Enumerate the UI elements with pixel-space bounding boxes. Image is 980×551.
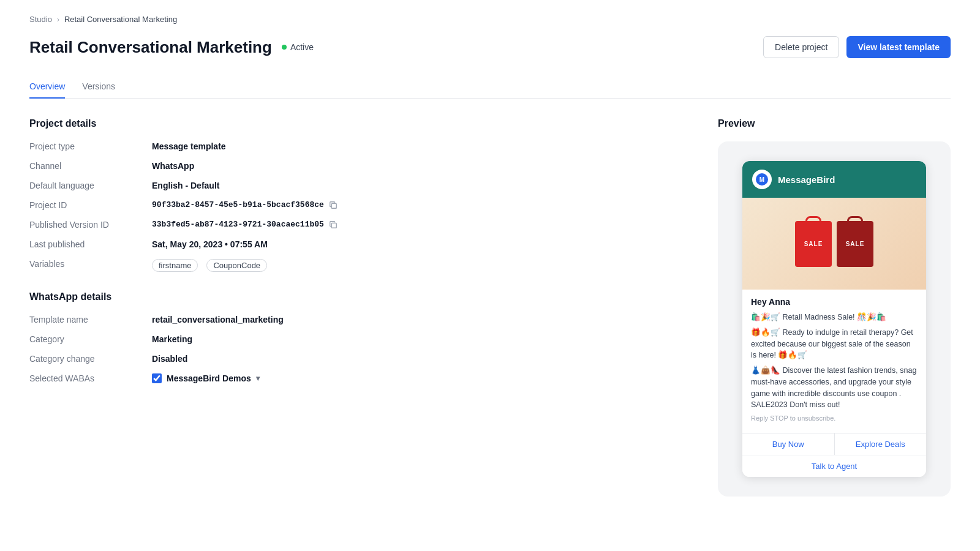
page-wrapper: Studio › Retail Conversational Marketing… [0, 0, 980, 551]
wa-greeting: Hey Anna [751, 297, 918, 307]
label-category-change: Category change [29, 354, 152, 364]
wa-unsubscribe: Reply STOP to unsubscribe. [751, 414, 918, 422]
value-selected-wabas: MessageBird Demos ▾ [152, 373, 260, 383]
preview-container: M MessageBird SALE SALE Hey Anna [718, 141, 951, 497]
value-project-id: 90f33ba2-8457-45e5-b91a-5bcacf3568ce [152, 200, 337, 209]
value-category: Marketing [152, 334, 192, 344]
waba-checkbox[interactable] [152, 373, 162, 383]
explore-deals-button[interactable]: Explore Deals [834, 433, 927, 455]
preview-title: Preview [718, 118, 951, 129]
tab-overview[interactable]: Overview [29, 75, 65, 99]
wa-buttons: Buy Now Explore Deals Talk to Agent [742, 433, 926, 477]
value-template-name: retail_conversational_marketing [152, 315, 284, 324]
wa-content: Hey Anna 🛍️🎉🛒 Retail Madness Sale! 🎊🎉🛍️ … [742, 290, 926, 433]
detail-row-selected-wabas: Selected WABAs MessageBird Demos ▾ [29, 373, 681, 383]
waba-row: MessageBird Demos ▾ [152, 373, 260, 383]
content-left: Project details Project type Message tem… [29, 118, 681, 497]
label-variables: Variables [29, 259, 152, 269]
project-details-title: Project details [29, 118, 681, 129]
copy-project-id-icon[interactable] [329, 201, 337, 209]
wa-header-bar: M MessageBird [742, 161, 926, 198]
preview-section: Preview M MessageBird SALE SALE [718, 118, 951, 497]
wa-image: SALE SALE [742, 198, 926, 290]
detail-row-project-type: Project type Message template [29, 141, 681, 151]
detail-row-default-language: Default language English - Default [29, 181, 681, 190]
wa-message2: 🎁🔥🛒 Ready to indulge in retail therapy? … [751, 327, 918, 361]
sale-bags-graphic: SALE SALE [795, 221, 873, 267]
value-project-type: Message template [152, 141, 226, 151]
content-layout: Project details Project type Message tem… [29, 118, 951, 497]
status-dot [282, 45, 287, 50]
header-left: Retail Conversational Marketing Active [29, 38, 314, 57]
messagebird-logo-icon: M [756, 173, 768, 186]
value-category-change: Disabled [152, 354, 187, 364]
breadcrumb-current: Retail Conversational Marketing [64, 15, 177, 24]
whatsapp-mock: M MessageBird SALE SALE Hey Anna [742, 161, 926, 477]
value-variables: firstname CouponCode [152, 259, 271, 272]
label-template-name: Template name [29, 315, 152, 324]
label-category: Category [29, 334, 152, 344]
buy-now-button[interactable]: Buy Now [742, 433, 834, 455]
breadcrumb-separator: › [57, 15, 59, 24]
delete-project-button[interactable]: Delete project [763, 36, 839, 58]
page-header: Retail Conversational Marketing Active D… [29, 36, 951, 58]
talk-to-agent-button[interactable]: Talk to Agent [742, 455, 926, 477]
svg-rect-0 [331, 203, 336, 208]
wa-btn-row-1: Buy Now Explore Deals [742, 433, 926, 455]
breadcrumb-studio[interactable]: Studio [29, 15, 52, 24]
label-project-type: Project type [29, 141, 152, 151]
svg-rect-1 [331, 223, 336, 228]
tag-firstname: firstname [152, 259, 198, 272]
value-channel: WhatsApp [152, 161, 194, 171]
value-last-published: Sat, May 20, 2023 • 07:55 AM [152, 239, 268, 249]
wa-message3: 👗👜👠 Discover the latest fashion trends, … [751, 365, 918, 411]
chevron-down-icon: ▾ [256, 374, 260, 383]
whatsapp-details-section: WhatsApp details Template name retail_co… [29, 291, 681, 383]
label-published-version-id: Published Version ID [29, 220, 152, 230]
bag-red: SALE [795, 221, 832, 267]
label-last-published: Last published [29, 239, 152, 249]
label-selected-wabas: Selected WABAs [29, 373, 152, 383]
breadcrumb: Studio › Retail Conversational Marketing [29, 15, 951, 24]
detail-row-category-change: Category change Disabled [29, 354, 681, 364]
detail-row-published-version-id: Published Version ID 33b3fed5-ab87-4123-… [29, 220, 681, 230]
tabs-container: Overview Versions [29, 75, 951, 99]
label-project-id: Project ID [29, 200, 152, 210]
detail-row-category: Category Marketing [29, 334, 681, 344]
view-latest-template-button[interactable]: View latest template [846, 36, 951, 58]
label-channel: Channel [29, 161, 152, 171]
value-published-version-id: 33b3fed5-ab87-4123-9721-30acaec11b05 [152, 220, 337, 229]
detail-row-project-id: Project ID 90f33ba2-8457-45e5-b91a-5bcac… [29, 200, 681, 210]
wa-message1: 🛍️🎉🛒 Retail Madness Sale! 🎊🎉🛍️ [751, 312, 918, 323]
value-default-language: English - Default [152, 181, 219, 190]
detail-row-last-published: Last published Sat, May 20, 2023 • 07:55… [29, 239, 681, 249]
detail-row-variables: Variables firstname CouponCode [29, 259, 681, 272]
status-badge: Active [282, 42, 314, 52]
detail-row-channel: Channel WhatsApp [29, 161, 681, 171]
page-title: Retail Conversational Marketing [29, 38, 272, 57]
tag-couponcode: CouponCode [206, 259, 267, 272]
status-label: Active [290, 42, 314, 52]
bag-dark: SALE [837, 221, 873, 267]
whatsapp-details-title: WhatsApp details [29, 291, 681, 302]
wa-sender-name: MessageBird [778, 174, 835, 185]
label-default-language: Default language [29, 181, 152, 190]
copy-published-version-id-icon[interactable] [329, 220, 337, 229]
wa-logo: M [752, 170, 772, 189]
header-actions: Delete project View latest template [763, 36, 951, 58]
detail-row-template-name: Template name retail_conversational_mark… [29, 315, 681, 324]
tab-versions[interactable]: Versions [82, 75, 115, 99]
waba-name: MessageBird Demos [167, 373, 251, 383]
